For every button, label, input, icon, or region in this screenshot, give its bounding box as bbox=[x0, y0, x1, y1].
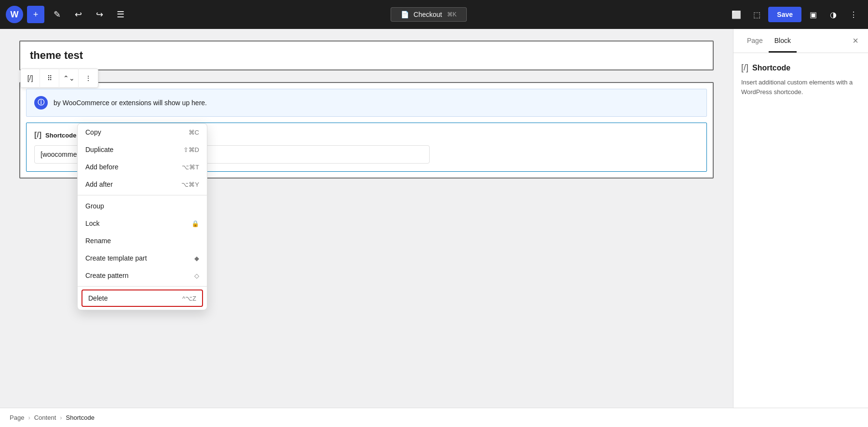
shortcode-sidebar-icon: [/] bbox=[741, 63, 748, 73]
notice-text: by WooCommerce or extensions will show u… bbox=[54, 99, 207, 107]
menu-item-create-pattern[interactable]: Create pattern ◇ bbox=[78, 267, 207, 284]
menu-create-template-label: Create template part bbox=[85, 254, 147, 262]
menu-divider-1 bbox=[78, 195, 207, 195]
menu-item-create-template[interactable]: Create template part ◆ bbox=[78, 249, 207, 267]
menu-item-lock[interactable]: Lock 🔒 bbox=[78, 215, 207, 232]
notice-block: ⓘ by WooCommerce or extensions will show… bbox=[26, 89, 707, 117]
menu-delete-label: Delete bbox=[88, 294, 108, 302]
block-type-button[interactable]: [/] bbox=[21, 69, 40, 88]
template-icon: ◆ bbox=[194, 255, 199, 262]
shortcode-label: Shortcode bbox=[45, 132, 76, 139]
wp-logo-mark: W bbox=[11, 10, 19, 20]
menu-item-add-after[interactable]: Add after ⌥⌘Y bbox=[78, 176, 207, 193]
notice-block-wrapper: [/] ⠿ ⌃⌄ ⋮ ⓘ by WooCommerce or extension… bbox=[20, 89, 713, 117]
sidebar-block-description: Insert additional custom elements with a… bbox=[741, 78, 860, 96]
pattern-icon: ◇ bbox=[194, 272, 199, 279]
page-title-block[interactable]: theme test bbox=[19, 41, 714, 70]
contrast-button[interactable]: ◑ bbox=[825, 6, 842, 23]
menu-item-copy[interactable]: Copy ⌘C bbox=[78, 124, 207, 141]
breadcrumb-page[interactable]: Page bbox=[10, 414, 24, 421]
menu-item-rename[interactable]: Rename bbox=[78, 232, 207, 249]
breadcrumb-sep-2: › bbox=[60, 414, 62, 421]
menu-item-group[interactable]: Group bbox=[78, 197, 207, 215]
menu-rename-label: Rename bbox=[85, 237, 111, 245]
sidebar-block-title: [/] Shortcode bbox=[741, 63, 860, 73]
menu-copy-shortcut: ⌘C bbox=[189, 129, 199, 136]
save-button[interactable]: Save bbox=[768, 7, 801, 22]
editor-area: theme test [/] ⠿ ⌃⌄ ⋮ ⓘ by WooCommerce o… bbox=[0, 29, 733, 427]
undo-button[interactable]: ↩ bbox=[69, 6, 87, 23]
toolbar-center: 📄 Checkout ⌘K bbox=[133, 7, 724, 22]
main-layout: theme test [/] ⠿ ⌃⌄ ⋮ ⓘ by WooCommerce o… bbox=[0, 29, 868, 427]
checkout-pill[interactable]: 📄 Checkout ⌘K bbox=[391, 7, 467, 22]
document-icon: 📄 bbox=[401, 11, 409, 18]
menu-create-pattern-label: Create pattern bbox=[85, 272, 129, 279]
sidebar-tabs: Page Block × bbox=[733, 29, 868, 53]
menu-duplicate-label: Duplicate bbox=[85, 146, 113, 153]
context-menu: Copy ⌘C Duplicate ⇧⌘D Add before ⌥⌘T Add… bbox=[77, 123, 207, 310]
menu-add-before-label: Add before bbox=[85, 163, 119, 171]
sidebar-block-name: Shortcode bbox=[752, 64, 790, 72]
menu-copy-label: Copy bbox=[85, 128, 101, 136]
layout-button[interactable]: ▣ bbox=[804, 6, 822, 23]
tab-block[interactable]: Block bbox=[769, 29, 797, 53]
toolbar-right: ⬜ ⬚ Save ▣ ◑ ⋮ bbox=[728, 6, 862, 23]
tab-page[interactable]: Page bbox=[741, 29, 769, 53]
top-toolbar: W + ✎ ↩ ↪ ☰ 📄 Checkout ⌘K ⬜ ⬚ Save ▣ ◑ ⋮ bbox=[0, 0, 868, 29]
checkout-label: Checkout bbox=[414, 11, 442, 18]
breadcrumb-content[interactable]: Content bbox=[34, 414, 56, 421]
menu-add-after-shortcut: ⌥⌘Y bbox=[181, 181, 199, 188]
menu-duplicate-shortcut: ⇧⌘D bbox=[183, 146, 199, 153]
shortcode-icon: [/] bbox=[34, 131, 41, 139]
redo-button[interactable]: ↪ bbox=[91, 6, 108, 23]
menu-add-before-shortcut: ⌥⌘T bbox=[182, 164, 199, 171]
menu-lock-label: Lock bbox=[85, 220, 100, 227]
checkout-shortcut: ⌘K bbox=[447, 11, 457, 18]
more-block-options[interactable]: ⋮ bbox=[79, 69, 98, 88]
menu-divider-2 bbox=[78, 286, 207, 287]
move-up-down[interactable]: ⌃⌄ bbox=[59, 69, 79, 88]
menu-group-label: Group bbox=[85, 202, 104, 210]
info-icon: ⓘ bbox=[34, 96, 48, 110]
view-site-button[interactable]: ⬜ bbox=[728, 6, 745, 23]
edit-button[interactable]: ✎ bbox=[48, 6, 66, 23]
breadcrumb-sep-1: › bbox=[28, 414, 30, 421]
breadcrumb-shortcode: Shortcode bbox=[66, 414, 95, 421]
add-block-button[interactable]: + bbox=[27, 6, 44, 23]
sidebar-tab-group: Page Block bbox=[741, 29, 797, 53]
list-view-button[interactable]: ☰ bbox=[112, 6, 129, 23]
block-toolbar: [/] ⠿ ⌃⌄ ⋮ bbox=[20, 69, 98, 88]
menu-item-add-before[interactable]: Add before ⌥⌘T bbox=[78, 158, 207, 176]
menu-delete-shortcut: ^⌥Z bbox=[182, 295, 196, 302]
menu-add-after-label: Add after bbox=[85, 180, 113, 188]
page-title: theme test bbox=[30, 49, 83, 61]
right-sidebar: Page Block × [/] Shortcode Insert additi… bbox=[733, 29, 868, 427]
sidebar-close-button[interactable]: × bbox=[851, 33, 860, 48]
more-options-button[interactable]: ⋮ bbox=[845, 6, 862, 23]
breadcrumb-bar: Page › Content › Shortcode bbox=[0, 408, 868, 427]
external-link-button[interactable]: ⬚ bbox=[748, 6, 765, 23]
wp-logo[interactable]: W bbox=[6, 6, 23, 23]
menu-item-duplicate[interactable]: Duplicate ⇧⌘D bbox=[78, 141, 207, 158]
sidebar-content: [/] Shortcode Insert additional custom e… bbox=[733, 53, 868, 106]
drag-handle[interactable]: ⠿ bbox=[40, 69, 59, 88]
lock-icon: 🔒 bbox=[191, 220, 199, 227]
menu-item-delete[interactable]: Delete ^⌥Z bbox=[81, 289, 203, 307]
